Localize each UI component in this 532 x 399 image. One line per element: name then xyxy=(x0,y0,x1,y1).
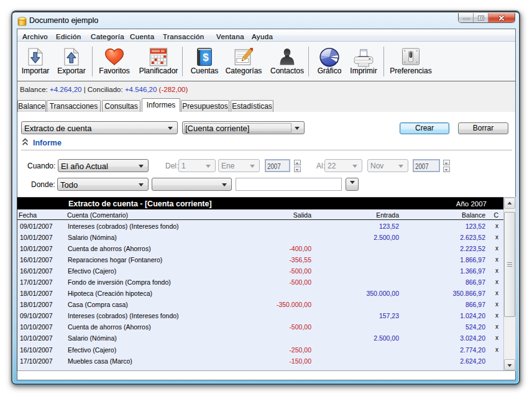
svg-text:$: $ xyxy=(203,52,209,63)
